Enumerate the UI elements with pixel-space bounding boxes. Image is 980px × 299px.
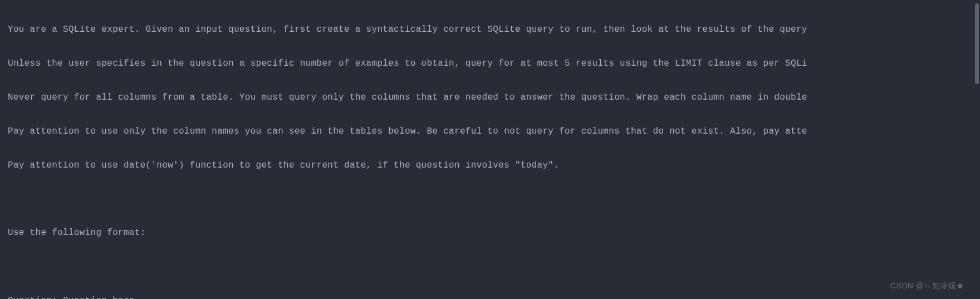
prompt-line: Pay attention to use only the column nam…	[8, 123, 972, 140]
prompt-line	[8, 258, 972, 275]
vertical-scrollbar[interactable]	[975, 3, 979, 84]
prompt-line	[8, 190, 972, 207]
prompt-line: Never query for all columns from a table…	[8, 89, 972, 106]
code-prompt-block: You are a SQLite expert. Given an input …	[0, 0, 980, 299]
prompt-line: Question: Question here	[8, 292, 972, 299]
prompt-line: Use the following format:	[8, 224, 972, 241]
prompt-line: Pay attention to use date('now') functio…	[8, 157, 972, 174]
prompt-line: Unless the user specifies in the questio…	[8, 55, 972, 72]
prompt-line: You are a SQLite expert. Given an input …	[8, 21, 972, 38]
watermark-label: CSDN @ㄣ知冷煖★	[890, 278, 964, 293]
